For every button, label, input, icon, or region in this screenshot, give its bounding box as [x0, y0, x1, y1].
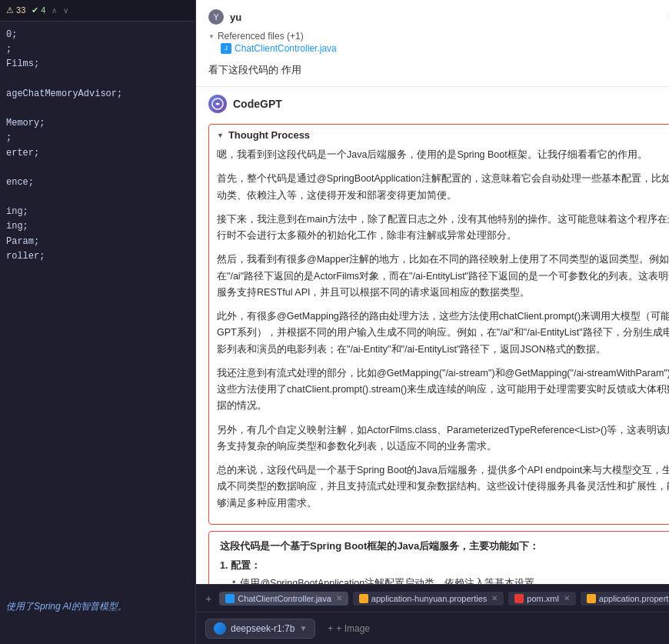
code-line: ;: [3, 131, 192, 145]
arrow-up-icon[interactable]: ∧: [52, 6, 57, 15]
answer-numbered-1: 1. 配置：: [220, 559, 669, 572]
thought-para-7: 另外，有几个自定义映射注解，如ActorFilms.class、Paramete…: [217, 422, 669, 455]
thought-para-2: 首先，整个代码是通过@SpringBootApplication注解配置的，这意…: [217, 171, 669, 204]
codegpt-header: CodeGPT ⧉: [196, 87, 669, 118]
thought-process-section: ▼ Thought Process 嗯，我看到到这段代码是一个Java后端服务，…: [208, 124, 669, 525]
answer-box: 这段代码是一个基于Spring Boot框架的Java后端服务，主要功能如下： …: [208, 531, 669, 584]
bottom-footer: 使用了Spring AI的智普模型。: [6, 600, 127, 613]
user-row: Y yu ⧉: [208, 9, 669, 25]
tab-item-application-hunyuan[interactable]: application-hunyuan.properties ✕: [353, 592, 504, 606]
tab-file-appprops-icon: [587, 594, 596, 603]
code-line: [3, 190, 192, 205]
arrow-down-icon[interactable]: ∨: [63, 6, 68, 15]
code-line: ing;: [3, 205, 192, 219]
code-line: ence;: [3, 175, 192, 190]
success-badge: ✔ 4: [32, 5, 45, 15]
thought-para-1: 嗯，我看到到这段代码是一个Java后端服务，使用的是Spring Boot框架。…: [217, 147, 669, 163]
thought-para-4: 然后，我看到有很多@Mapper注解的地方，比如在不同的路径映射上使用了不同类型…: [217, 252, 669, 301]
warning-badge: ⚠ 33: [6, 5, 25, 15]
code-line: ing;: [3, 219, 192, 234]
code-panel-topbar: ⚠ 33 ✔ 4 ∧ ∨: [0, 0, 195, 22]
thought-para-8: 总的来说，这段代码是一个基于Spring Boot的Java后端服务，提供多个A…: [217, 462, 669, 512]
chat-header: Y yu ⧉ ▼ Referenced files (+1) J ChatCli…: [196, 0, 669, 87]
tab-label-1: ChatClientController.java: [238, 594, 331, 603]
ref-files-label[interactable]: ▼ Referenced files (+1): [208, 31, 669, 42]
thought-para-5: 此外，有很多@GetMapping路径的路由处理方法，这些方法使用chatCli…: [217, 309, 669, 358]
username: yu: [230, 12, 241, 23]
ref-files: ▼ Referenced files (+1) J ChatClientCont…: [208, 31, 669, 55]
tab-label-2: application-hunyuan.properties: [371, 594, 487, 603]
code-line: ;: [3, 42, 192, 57]
tab-file-java-icon: [225, 594, 235, 603]
java-file-icon: J: [221, 43, 231, 54]
plus-image-button[interactable]: + + Image: [321, 620, 376, 637]
tab-label-4: application.properties: [599, 594, 669, 603]
code-line: Memory;: [3, 116, 192, 131]
tab-close-3[interactable]: ✕: [564, 594, 570, 602]
model-name: deepseek-r1:7b: [231, 623, 295, 634]
bullet-dot: •: [232, 577, 235, 584]
tab-bar: + ChatClientController.java ✕ applicatio…: [196, 584, 669, 612]
code-line: [3, 161, 192, 175]
image-label: + Image: [336, 623, 370, 634]
chat-wrapper: Y yu ⧉ ▼ Referenced files (+1) J ChatCli…: [196, 0, 669, 644]
model-selector[interactable]: deepseek-r1:7b ▼: [205, 619, 315, 639]
triangle-down-icon: ▼: [208, 33, 215, 40]
tab-file-pom-icon: [514, 594, 524, 603]
code-panel: ⚠ 33 ✔ 4 ∧ ∨ 0; ; Films; ageChatMemoryAd…: [0, 0, 196, 644]
chat-panel: Y yu ⧉ ▼ Referenced files (+1) J ChatCli…: [196, 0, 669, 644]
avatar: Y: [208, 9, 224, 25]
answer-bullet-1: • 使用@SpringBootApplication注解配置启动类、依赖注入等基…: [232, 577, 669, 584]
tab-item-chatclientcontroller[interactable]: ChatClientController.java ✕: [219, 592, 348, 606]
code-line: [3, 72, 192, 87]
code-line: Param;: [3, 235, 192, 249]
codegpt-name: CodeGPT: [233, 98, 282, 110]
model-logo-icon: [214, 622, 226, 635]
tab-file-props-icon: [359, 594, 368, 603]
thought-process-header[interactable]: ▼ Thought Process: [217, 129, 669, 141]
tab-item-pom[interactable]: pom.xml ✕: [508, 592, 576, 606]
thought-triangle-icon: ▼: [217, 132, 224, 139]
code-line: ageChatMemoryAdvisor;: [3, 87, 192, 102]
codegpt-logo: [208, 95, 227, 113]
tab-label-3: pom.xml: [527, 594, 559, 603]
thought-para-3: 接下来，我注意到在main方法中，除了配置日志之外，没有其他特别的操作。这可能意…: [217, 212, 669, 245]
plus-icon: +: [328, 623, 333, 634]
tab-plus-button[interactable]: +: [202, 592, 215, 605]
code-line: 0;: [3, 28, 192, 42]
query-text: 看下这段代码的 作用: [208, 60, 669, 80]
code-line: [3, 102, 192, 116]
thought-process-label: Thought Process: [228, 129, 310, 141]
thought-para-6: 我还注意到有流式处理的部分，比如@GetMapping("/ai-stream"…: [217, 365, 669, 415]
model-chevron-icon: ▼: [299, 624, 307, 632]
model-bar: deepseek-r1:7b ▼ + + Image ➤: [196, 612, 669, 644]
code-content: 0; ; Films; ageChatMemoryAdvisor; Memory…: [0, 22, 195, 644]
thought-content: 嗯，我看到到这段代码是一个Java后端服务，使用的是Spring Boot框架。…: [217, 147, 669, 512]
code-line: roller;: [3, 249, 192, 264]
answer-title: 这段代码是一个基于Spring Boot框架的Java后端服务，主要功能如下：: [220, 539, 669, 553]
scroll-content[interactable]: Y yu ⧉ ▼ Referenced files (+1) J ChatCli…: [196, 0, 669, 584]
cat-decoration: [656, 0, 669, 46]
tab-close-1[interactable]: ✕: [336, 594, 342, 602]
bullet-text: 使用@SpringBootApplication注解配置启动类、依赖注入等基本设…: [240, 577, 544, 584]
ref-file-link[interactable]: J ChatClientController.java: [208, 42, 669, 55]
tab-item-application-properties[interactable]: application.properties ✕: [581, 592, 669, 606]
code-line: erter;: [3, 146, 192, 161]
code-line: Films;: [3, 57, 192, 72]
tab-close-2[interactable]: ✕: [491, 594, 498, 602]
